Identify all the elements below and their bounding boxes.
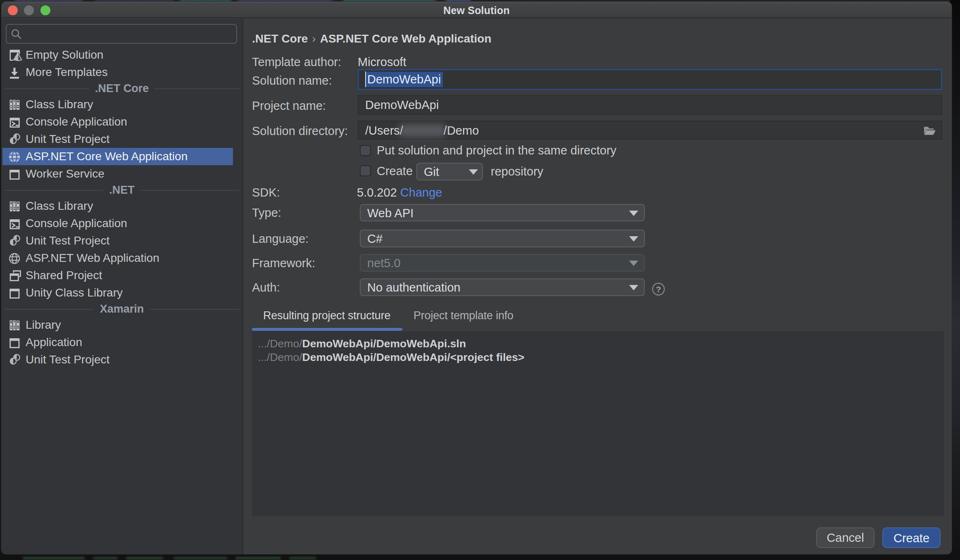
svg-text:?: ?	[656, 285, 661, 294]
